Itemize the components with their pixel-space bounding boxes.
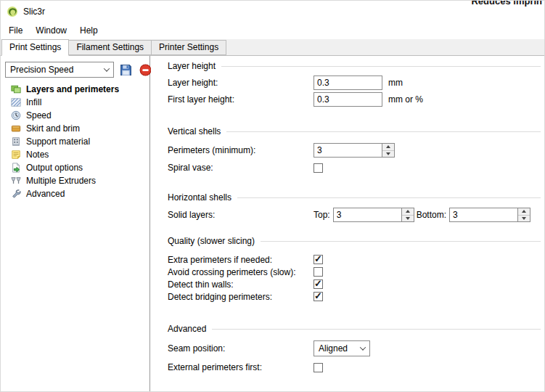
slic3r-window: Reduces imprin Slic3r File Window Help P… [0,0,545,392]
tab-label: Printer Settings [159,42,218,52]
menu-file[interactable]: File [2,23,29,38]
field-extra-perimeters: Extra perimeters if needed: [168,253,541,266]
sidebar-item-output-options[interactable]: Output options [1,161,149,174]
field-label: Extra perimeters if needed: [168,255,314,265]
spin-up-button[interactable] [402,208,414,216]
spinner-buttons [382,143,395,158]
field-unit: mm [388,78,403,88]
field-perimeters: Perimeters (minimum): [168,142,541,158]
tab-print-settings[interactable]: Print Settings [1,39,69,56]
field-external-perimeters-first: External perimeters first: [168,359,541,375]
bottom-label: Bottom: [417,210,446,220]
tab-printer-settings[interactable]: Printer Settings [151,40,226,55]
sidebar-item-label: Support material [26,136,90,147]
spin-down-button[interactable] [382,151,394,158]
tab-label: Filament Settings [76,42,144,52]
spin-up-button[interactable] [382,144,394,151]
field-label: Spiral vase: [168,163,314,173]
top-layers-spinner [333,208,414,222]
sidebar-item-layers-and-perimeters[interactable]: Layers and perimeters [1,83,149,96]
field-avoid-crossing: Avoid crossing perimeters (slow): [168,266,541,278]
sidebar: Precision Speed [1,56,150,391]
extruders-icon [11,176,21,186]
wrench-icon [11,189,21,199]
clipped-overlay-text: Reduces imprin [471,0,542,7]
detect-bridging-checkbox[interactable] [314,292,323,301]
titlebar: Slic3r [1,1,544,22]
spin-down-button[interactable] [518,216,530,222]
spiral-vase-checkbox[interactable] [314,163,323,173]
slic3r-logo-icon [7,6,18,17]
field-detect-bridging: Detect bridging perimeters: [168,290,541,303]
infill-icon [11,97,21,107]
speedometer-icon [11,110,21,121]
sidebar-item-skirt-and-brim[interactable]: Skirt and brim [1,122,149,135]
field-label: Solid layers: [168,210,314,220]
spinner-buttons [402,208,414,222]
sidebar-item-speed[interactable]: Speed [1,109,149,122]
sidebar-item-label: Multiple Extruders [26,176,96,186]
sidebar-item-advanced[interactable]: Advanced [1,187,149,200]
spinner-buttons [518,208,530,222]
field-label: Perimeters (minimum): [168,145,314,155]
save-preset-button[interactable] [118,62,134,78]
seam-position-value: Aligned [319,343,348,354]
section-divider [226,131,541,132]
sidebar-item-support-material[interactable]: Support material [1,135,149,148]
avoid-crossing-checkbox[interactable] [314,267,323,277]
field-label: Detect thin walls: [168,279,314,290]
note-icon [11,150,21,160]
first-layer-height-input[interactable] [314,92,382,107]
window-title: Slic3r [23,7,45,17]
bottom-layers-spinner [449,208,530,222]
field-spiral-vase: Spiral vase: [168,160,541,176]
menu-help[interactable]: Help [73,23,105,38]
perimeters-input[interactable] [314,143,382,158]
extra-perimeters-checkbox[interactable] [314,255,323,264]
menu-window[interactable]: Window [29,23,73,38]
perimeters-spinner [314,143,395,158]
field-label: First layer height: [168,94,314,105]
tab-filament-settings[interactable]: Filament Settings [68,40,152,55]
external-perimeters-checkbox[interactable] [314,363,323,372]
save-disk-icon [120,64,132,76]
section-divider [261,241,541,242]
spin-down-button[interactable] [402,216,414,222]
sidebar-item-multiple-extruders[interactable]: Multiple Extruders [1,174,149,187]
section-quality: Quality (slower slicing) [168,235,541,246]
preset-dropdown[interactable]: Precision Speed [5,62,114,78]
field-layer-height: Layer height: mm [168,75,541,91]
sidebar-item-infill[interactable]: Infill [1,96,149,109]
sidebar-item-label: Layers and perimeters [26,84,119,94]
section-divider [237,197,541,198]
sidebar-item-label: Infill [26,97,41,107]
top-layers-input[interactable] [333,208,402,222]
tabbar: Print Settings Filament Settings Printer… [1,39,544,56]
field-seam-position: Seam position: Aligned [168,340,541,356]
skirt-icon [11,123,21,134]
settings-category-tree: Layers and perimeters Infill Speed Skirt… [1,83,149,200]
section-title: Advanced [168,324,212,334]
top-label: Top: [314,210,330,220]
sidebar-item-label: Speed [26,110,52,121]
section-title: Layer height [168,61,221,71]
field-first-layer-height: First layer height: mm or % [168,91,541,107]
field-label: Detect bridging perimeters: [168,292,314,302]
section-title: Quality (slower slicing) [168,236,261,246]
print-settings-panel: Layer height Layer height: mm First laye… [151,56,544,391]
remove-circle-icon [139,64,152,76]
layer-height-input[interactable] [314,75,382,90]
section-title: Vertical shells [168,126,226,136]
bottom-layers-input[interactable] [449,208,518,222]
preset-dropdown-value: Precision Speed [10,65,73,75]
spin-up-button[interactable] [518,208,530,216]
sidebar-item-notes[interactable]: Notes [1,148,149,161]
section-divider [221,66,541,67]
section-title: Horizontal shells [168,192,237,203]
sidebar-item-label: Skirt and brim [26,123,80,134]
detect-thin-walls-checkbox[interactable] [314,279,323,289]
field-solid-layers: Solid layers: Top: Bottom: [168,207,541,223]
field-unit: mm or % [388,94,423,105]
sidebar-item-label: Output options [26,163,83,173]
seam-position-dropdown[interactable]: Aligned [314,340,370,356]
